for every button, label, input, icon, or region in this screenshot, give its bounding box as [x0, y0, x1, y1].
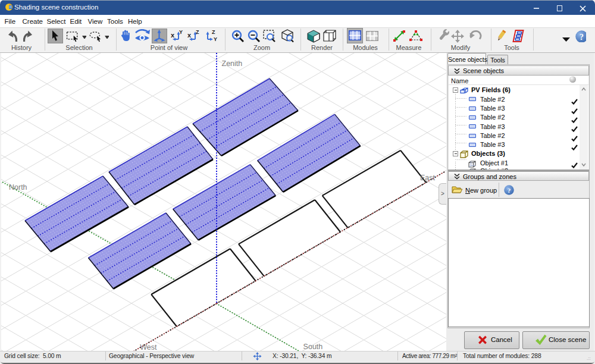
svg-text:Y: Y [214, 36, 217, 42]
svg-text:?: ? [508, 187, 511, 194]
svg-text:West: West [140, 343, 157, 351]
svg-text:Zenith: Zenith [222, 59, 243, 68]
svg-text:Z: Z [212, 30, 215, 35]
svg-text:North: North [9, 183, 27, 192]
svg-text:x: x [187, 32, 192, 39]
svg-text:East: East [420, 174, 436, 182]
svg-text:x: x [171, 32, 175, 39]
svg-text:?: ? [580, 33, 584, 42]
svg-text:South: South [303, 343, 323, 351]
